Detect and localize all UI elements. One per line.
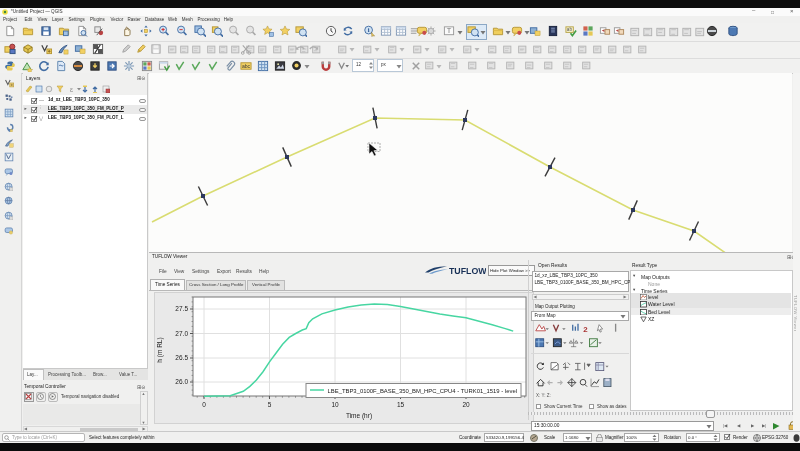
svg-text:26.5: 26.5 — [175, 354, 188, 361]
svg-text:abc: abc — [242, 62, 251, 68]
svg-text:10: 10 — [331, 401, 339, 408]
svg-text:ε: ε — [70, 86, 73, 93]
svg-text:0: 0 — [202, 401, 206, 408]
svg-text:i: i — [368, 26, 370, 33]
svg-text:Time (hr): Time (hr) — [346, 412, 372, 420]
svg-text:TUFLOW: TUFLOW — [449, 266, 486, 275]
svg-text:h (m RL): h (m RL) — [156, 337, 164, 362]
svg-text:LBE_TBP3_0100F_BASE_350_BM_HPC: LBE_TBP3_0100F_BASE_350_BM_HPC_CPU4 - TU… — [328, 388, 517, 394]
svg-text:15: 15 — [397, 401, 405, 408]
svg-text:ab: ab — [567, 27, 573, 32]
svg-text:5: 5 — [268, 401, 272, 408]
svg-text:2: 2 — [583, 325, 588, 334]
svg-text:T: T — [447, 26, 452, 35]
svg-text:27.0: 27.0 — [175, 330, 188, 337]
svg-text:26.0: 26.0 — [175, 378, 188, 385]
svg-text:20: 20 — [462, 401, 470, 408]
svg-text:27.5: 27.5 — [175, 305, 188, 312]
